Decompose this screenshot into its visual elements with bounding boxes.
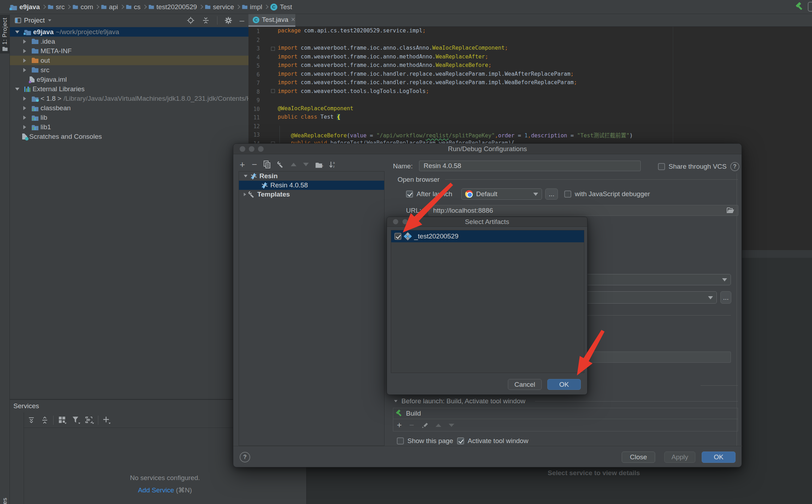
add-service-link[interactable]: Add Service <box>138 486 174 494</box>
tree-row-iml[interactable]: e9java.iml <box>10 75 248 84</box>
add-task-icon[interactable]: + <box>397 421 402 429</box>
add-icon[interactable] <box>102 416 112 425</box>
traffic-light-zoom[interactable] <box>412 219 417 224</box>
browser-select[interactable]: Default <box>461 188 542 200</box>
run-dialog-titlebar[interactable]: Run/Debug Configurations <box>233 144 742 154</box>
collapse-icon[interactable] <box>23 58 26 63</box>
close-button[interactable]: Close <box>622 452 655 463</box>
expand-icon[interactable] <box>244 175 247 178</box>
remove-configuration-icon[interactable]: − <box>252 160 257 169</box>
tab-test-java[interactable]: C Test.java ✕ <box>248 14 295 25</box>
remove-task-icon[interactable]: − <box>409 421 414 429</box>
browser-more-button[interactable]: ... <box>545 188 558 200</box>
expand-all-icon[interactable] <box>27 416 36 424</box>
tree-row-scratches[interactable]: Scratches and Consoles <box>10 132 248 141</box>
after-launch-checkbox[interactable] <box>406 191 413 198</box>
code-line-13[interactable]: @WeaReplaceBefore(value = "/api/workflow… <box>278 131 633 139</box>
browse-folder-icon[interactable] <box>727 207 734 214</box>
share-vcs-checkbox[interactable] <box>658 163 665 170</box>
tree-row-external-libraries[interactable]: External Libraries <box>10 84 248 94</box>
traffic-light-minimize[interactable] <box>402 219 408 224</box>
code-line-10[interactable]: @WeaIocReplaceComponent <box>278 105 353 112</box>
collapse-all-icon[interactable] <box>41 416 49 424</box>
breadcrumb-item[interactable]: test20200529 <box>156 3 197 11</box>
cancel-button[interactable]: Cancel <box>508 379 542 390</box>
tree-row-idea[interactable]: .idea <box>10 37 248 46</box>
tab-close-icon[interactable]: ✕ <box>291 17 295 23</box>
tree-row-metainf[interactable]: META-INF <box>10 46 248 56</box>
ok-button[interactable]: OK <box>702 452 736 463</box>
artifact-row-test20200529[interactable]: _test20200529 <box>391 230 584 242</box>
move-up-icon[interactable] <box>291 163 296 166</box>
url-input[interactable]: http://localhost:8886 <box>429 205 738 216</box>
edit-defaults-wrench-icon[interactable] <box>277 161 284 168</box>
code-line-3[interactable]: import com.weaverboot.frame.ioc.anno.cla… <box>278 45 508 51</box>
breadcrumb-item[interactable]: e9java <box>19 3 40 11</box>
collapse-icon[interactable] <box>23 49 26 53</box>
code-line-8[interactable]: import com.weaverboot.tools.logTools.Log… <box>278 88 429 94</box>
tree-row-out[interactable]: out <box>10 56 248 65</box>
code-line-4[interactable]: import com.weaverboot.frame.ioc.anno.met… <box>278 54 488 60</box>
filter-icon[interactable] <box>71 416 81 425</box>
traffic-light-close[interactable] <box>240 146 245 152</box>
tree-row-resin-group[interactable]: Resin <box>239 172 384 181</box>
tree-row-classbean[interactable]: classbean <box>10 103 248 113</box>
traffic-light-close[interactable] <box>393 219 398 224</box>
show-this-page-checkbox[interactable] <box>397 437 404 444</box>
tree-row-resin-4058[interactable]: Resin 4.0.58 <box>239 181 384 190</box>
name-input[interactable]: Resin 4.0.58 <box>419 161 641 171</box>
project-title-dropdown-icon[interactable] <box>48 19 51 21</box>
add-configuration-icon[interactable]: + <box>240 160 245 169</box>
breadcrumb-item[interactable]: impl <box>250 3 262 11</box>
fold-marker[interactable] <box>271 89 275 93</box>
edit-task-icon[interactable] <box>422 422 428 429</box>
build-hammer-icon[interactable] <box>795 2 804 11</box>
apply-button[interactable]: Apply <box>664 452 695 463</box>
expand-icon[interactable] <box>15 31 19 33</box>
sort-configurations-icon[interactable]: a z <box>329 161 336 168</box>
ok-button[interactable]: OK <box>547 379 581 390</box>
services-title[interactable]: Services <box>13 402 39 410</box>
tree-row-jdk[interactable]: < 1.8 > /Library/Java/JavaVirtualMachine… <box>10 94 248 103</box>
before-launch-header[interactable]: Before launch: Build, Activate tool wind… <box>394 397 525 405</box>
settings-gear-icon[interactable] <box>224 17 232 24</box>
activate-tool-window-checkbox[interactable] <box>457 437 464 444</box>
artifact-checkbox[interactable] <box>394 233 401 240</box>
group-by-icon[interactable] <box>58 416 67 425</box>
tree-row-lib[interactable]: lib <box>10 113 248 122</box>
locate-icon[interactable] <box>187 17 195 24</box>
add-service-icon[interactable] <box>85 416 95 425</box>
create-folder-icon[interactable]: + <box>315 162 322 167</box>
breadcrumb-item[interactable]: cs <box>134 3 141 11</box>
breadcrumb-item[interactable]: service <box>213 3 234 11</box>
project-toolwindow-title[interactable]: Project <box>24 17 45 24</box>
collapse-icon[interactable] <box>23 125 26 129</box>
stripe-button-services[interactable]: Services <box>0 498 10 504</box>
move-down-icon[interactable] <box>303 163 309 166</box>
move-task-down-icon[interactable] <box>449 424 454 427</box>
expand-icon[interactable] <box>15 88 19 91</box>
traffic-light-zoom[interactable] <box>258 146 264 152</box>
fold-marker[interactable] <box>271 47 275 51</box>
collapse-icon[interactable] <box>23 68 26 72</box>
code-line-1[interactable]: package com.api.cs.test20200529.service.… <box>278 27 426 34</box>
tree-row-src[interactable]: src <box>10 65 248 75</box>
run-config-widget-partial[interactable] <box>808 2 812 12</box>
js-debugger-checkbox[interactable] <box>564 191 571 198</box>
build-task-row[interactable]: Build <box>393 408 738 419</box>
code-line-11[interactable]: public class Test { <box>278 114 340 120</box>
collapse-icon[interactable] <box>23 116 26 120</box>
collapse-icon[interactable] <box>23 106 26 110</box>
collapse-icon[interactable] <box>23 39 26 44</box>
move-task-up-icon[interactable] <box>436 424 441 427</box>
copy-configuration-icon[interactable] <box>264 161 271 168</box>
code-line-7[interactable]: import com.weaverboot.frame.ioc.handler.… <box>278 79 577 86</box>
tree-row-lib1[interactable]: lib1 <box>10 122 248 132</box>
code-line-5[interactable]: import com.weaverboot.frame.ioc.anno.met… <box>278 62 492 68</box>
dialog-help-button[interactable]: ? <box>240 452 250 462</box>
traffic-light-minimize[interactable] <box>249 146 254 152</box>
tree-row-templates[interactable]: Templates <box>239 190 384 199</box>
code-line-6[interactable]: import com.weaverboot.frame.ioc.handler.… <box>278 71 574 77</box>
help-icon[interactable]: ? <box>730 162 739 171</box>
breadcrumb-item[interactable]: src <box>56 3 64 11</box>
